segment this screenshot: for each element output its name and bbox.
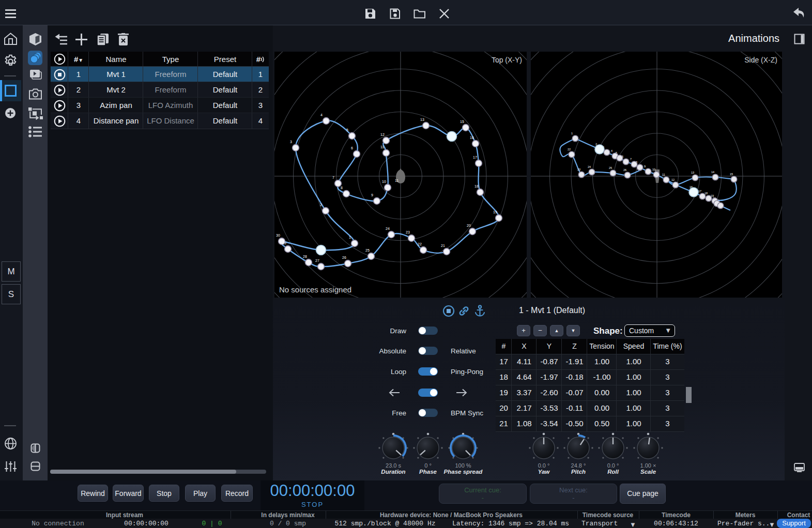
svg-text:13: 13 <box>420 118 424 121</box>
svg-text:15: 15 <box>460 120 464 123</box>
svg-text:30: 30 <box>276 234 280 237</box>
svg-text:25: 25 <box>609 166 612 169</box>
svg-text:8: 8 <box>341 186 343 190</box>
svg-text:6: 6 <box>351 146 353 150</box>
svg-text:26: 26 <box>342 256 346 259</box>
svg-text:1: 1 <box>349 236 351 239</box>
svg-text:11: 11 <box>380 145 384 149</box>
svg-text:1: 1 <box>571 132 573 135</box>
svg-text:15: 15 <box>730 173 733 176</box>
svg-text:4: 4 <box>320 113 323 117</box>
svg-text:21: 21 <box>441 244 445 247</box>
svg-text:5: 5 <box>346 128 348 132</box>
svg-text:4: 4 <box>611 149 612 152</box>
svg-text:19: 19 <box>493 210 497 214</box>
svg-text:2: 2 <box>320 203 322 207</box>
svg-text:25: 25 <box>365 249 370 252</box>
svg-text:16: 16 <box>470 136 474 139</box>
svg-text:22: 22 <box>418 242 422 246</box>
svg-text:11: 11 <box>662 173 665 176</box>
svg-text:20: 20 <box>467 224 471 227</box>
svg-text:17: 17 <box>473 156 477 159</box>
svg-text:9: 9 <box>371 193 373 197</box>
svg-text:10: 10 <box>382 180 386 183</box>
svg-text:7: 7 <box>332 176 334 179</box>
svg-text:18: 18 <box>474 184 479 188</box>
svg-text:3: 3 <box>290 140 292 144</box>
svg-text:23: 23 <box>406 230 410 234</box>
svg-text:24: 24 <box>386 227 390 230</box>
svg-text:13: 13 <box>691 171 694 174</box>
svg-text:12: 12 <box>671 178 675 181</box>
svg-text:27: 27 <box>315 259 319 262</box>
svg-text:26: 26 <box>623 168 626 172</box>
svg-text:23: 23 <box>577 168 580 171</box>
svg-text:12: 12 <box>380 133 385 136</box>
svg-text:28: 28 <box>303 255 307 258</box>
svg-text:29: 29 <box>282 241 286 245</box>
svg-text:11: 11 <box>395 179 399 182</box>
svg-text:14: 14 <box>711 170 714 174</box>
svg-text:22: 22 <box>568 148 571 151</box>
svg-text:17: 17 <box>698 190 701 193</box>
svg-text:9: 9 <box>644 165 646 168</box>
svg-text:24: 24 <box>588 165 591 168</box>
svg-text:7: 7 <box>630 158 632 161</box>
svg-text:10: 10 <box>652 168 655 171</box>
